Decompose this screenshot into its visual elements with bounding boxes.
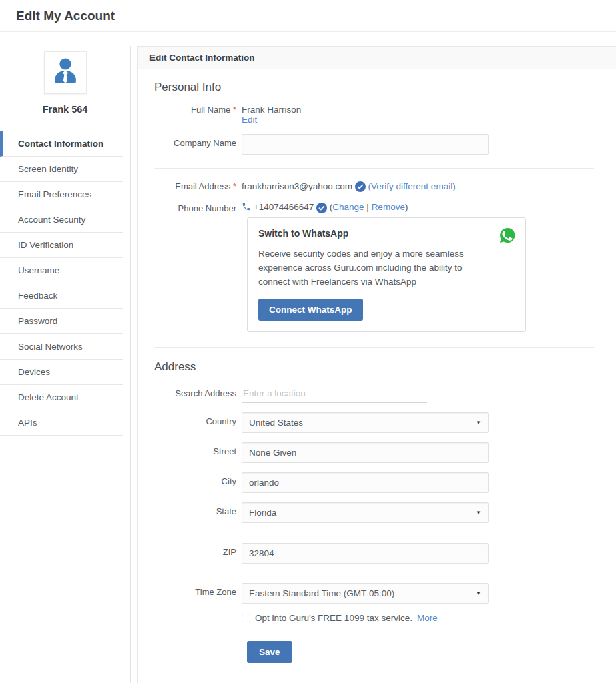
tax-optin-label: Opt into Guru's FREE 1099 tax service. [255,613,412,623]
city-label: City [138,472,242,493]
sidebar-item-account-security[interactable]: Account Security [0,207,123,233]
whatsapp-title: Switch to WhatsApp [258,228,515,239]
edit-contact-panel: Edit Contact Information Personal Info F… [137,46,616,683]
full-name-value: Frank Harrison [242,105,301,115]
sidebar-item-id-verification[interactable]: ID Verification [0,233,123,258]
whatsapp-promo-box: Switch to WhatsApp Receive security code… [247,217,526,332]
search-address-row: Search Address [138,384,616,403]
personal-info-heading: Personal Info [154,81,616,94]
email-value: frankharrison3@yahoo.com [242,181,352,191]
address-heading: Address [154,360,616,374]
save-button[interactable]: Save [247,641,292,663]
verified-check-icon [316,203,327,213]
sidebar-item-screen-identity[interactable]: Screen Identity [0,157,123,182]
sidebar-item-social-networks[interactable]: Social Networks [0,334,123,360]
avatar [44,51,87,94]
street-input[interactable] [242,442,489,463]
sidebar-item-contact-information[interactable]: Contact Information [0,131,123,157]
section-divider [154,347,594,348]
street-label: Street [138,442,242,463]
city-row: City [138,472,616,493]
timezone-row: Time Zone Eastern Standard Time (GMT-05:… [138,583,616,604]
email-label-text: Email Address [175,181,230,191]
sidebar-item-email-preferences[interactable]: Email Preferences [0,182,123,207]
phone-icon [242,202,254,212]
state-selected-value: Florida [249,508,276,518]
company-name-row: Company Name [138,134,616,155]
sidebar-item-apis[interactable]: APIs [0,410,123,436]
required-asterisk: * [233,105,236,115]
zip-row: ZIP [138,543,616,564]
street-row: Street [138,442,616,463]
country-select[interactable]: United States ▼ [242,412,489,433]
edit-name-link[interactable]: Edit [242,115,257,125]
verified-check-icon [355,181,366,192]
country-row: Country United States ▼ [138,412,616,433]
tax-optin-more-link[interactable]: More [417,613,438,623]
tax-optin-row: Opt into Guru's FREE 1099 tax service. M… [242,613,616,623]
tax-optin-checkbox[interactable] [242,614,250,622]
phone-actions: (Change | Remove) [330,202,408,212]
sidebar-item-feedback[interactable]: Feedback [0,283,123,309]
required-asterisk: * [233,181,236,191]
sidebar-item-password[interactable]: Password [0,309,123,334]
email-row: Email Address * frankharrison3@yahoo.com… [138,181,616,192]
change-phone-link[interactable]: Change [332,202,364,212]
phone-row: Phone Number +14074466647 (Cha [138,202,616,213]
person-icon [49,55,81,90]
company-name-input[interactable] [242,134,489,155]
full-name-label: Full Name * [138,105,242,125]
search-address-label: Search Address [138,384,242,403]
timezone-selected-value: Eastern Standard Time (GMT-05:00) [249,588,394,598]
sidebar-item-username[interactable]: Username [0,258,123,283]
city-input[interactable] [242,472,489,493]
page-title-divider [0,31,616,32]
company-name-label: Company Name [138,134,242,155]
link-separator: | [366,202,369,212]
paren-close: ) [405,202,408,212]
search-address-input[interactable] [242,384,427,403]
remove-phone-link[interactable]: Remove [372,202,405,212]
section-divider [154,168,594,169]
verify-different-email-link[interactable]: (Verify different email) [368,181,456,191]
page-title: Edit My Account [0,0,616,31]
panel-header: Edit Contact Information [138,46,616,69]
state-label: State [138,502,242,523]
state-row: State Florida ▼ [138,502,616,523]
chevron-down-icon: ▼ [476,510,481,516]
timezone-select[interactable]: Eastern Standard Time (GMT-05:00) ▼ [242,583,489,604]
sidebar-nav: Contact Information Screen Identity Emai… [0,131,123,436]
full-name-row: Full Name * Frank Harrison Edit [138,105,616,125]
timezone-label: Time Zone [138,583,242,604]
email-label: Email Address * [138,181,242,192]
chevron-down-icon: ▼ [476,590,481,596]
account-sidebar: Frank 564 Contact Information Screen Ide… [0,46,131,683]
sidebar-item-devices[interactable]: Devices [0,360,123,385]
zip-label: ZIP [138,543,242,564]
whatsapp-description: Receive security codes and enjoy a more … [258,247,479,289]
connect-whatsapp-button[interactable]: Connect WhatsApp [258,299,363,321]
state-select[interactable]: Florida ▼ [242,502,489,523]
whatsapp-icon [499,227,516,244]
sidebar-item-delete-account[interactable]: Delete Account [0,385,123,410]
country-label: Country [138,412,242,433]
country-selected-value: United States [249,418,303,428]
full-name-label-text: Full Name [191,105,230,115]
phone-label: Phone Number [138,202,242,213]
chevron-down-icon: ▼ [476,420,481,426]
zip-input[interactable] [242,543,489,564]
phone-value: +14074466647 [254,202,314,212]
user-name: Frank 564 [0,104,130,115]
